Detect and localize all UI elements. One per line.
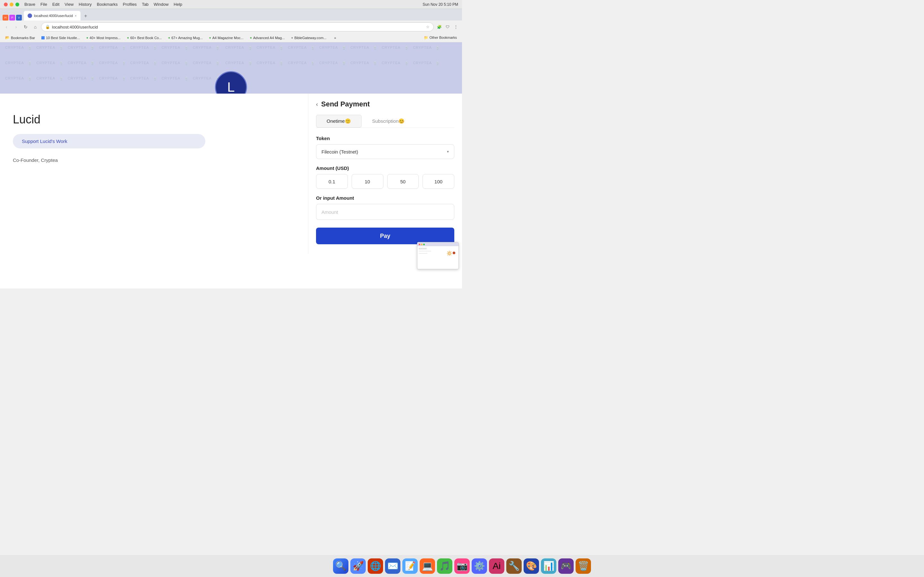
thumb-indicator (453, 251, 455, 254)
thumb-header (417, 242, 459, 246)
token-select-wrapper: Filecoin (Testnet) ▾ (316, 144, 454, 159)
url-text: localhost:4000/user/lucid (52, 25, 98, 29)
bookmark-impress[interactable]: ● 40+ Most Impress... (84, 35, 123, 40)
amount-preset-100[interactable]: 100 (423, 174, 454, 189)
maximize-window-button[interactable] (15, 3, 19, 6)
system-time: Sun Nov 20 5:10 PM (423, 2, 458, 7)
tab-close-button[interactable]: × (75, 14, 77, 18)
bookmark-other[interactable]: 📁 Other Bookmarks (421, 35, 459, 40)
address-bar-icons: ☆ (426, 25, 430, 29)
toolbar-icons: 🧩 🛡 ⋮ (436, 23, 459, 31)
tab-icon-hack[interactable]: H (3, 15, 8, 21)
menu-profiles[interactable]: Profiles (123, 2, 137, 7)
amount-preset-50[interactable]: 50 (387, 174, 419, 189)
menu-help[interactable]: Help (174, 2, 182, 7)
titlebar-right: Sun Nov 20 5:10 PM (423, 2, 458, 7)
back-button[interactable]: ‹ (3, 23, 10, 31)
minimize-window-button[interactable] (10, 3, 13, 6)
token-select[interactable]: Filecoin (Testnet) ▾ (316, 144, 454, 159)
bookmark-icon[interactable]: ☆ (426, 25, 430, 29)
menu-window[interactable]: Window (153, 2, 168, 7)
bookmark-adv-a4[interactable]: ● Advanced A4 Mag... (247, 35, 288, 40)
token-label: Token (316, 135, 454, 141)
user-name: Lucid (13, 113, 295, 126)
support-button[interactable]: Support Lucid's Work (13, 134, 205, 148)
menu-edit[interactable]: Edit (52, 2, 59, 7)
menu-view[interactable]: View (65, 2, 73, 7)
home-button[interactable]: ⌂ (31, 23, 39, 31)
thumb-max (423, 243, 425, 245)
thumb-close (419, 243, 420, 245)
panel-header: ‹ Send Payment (316, 100, 454, 108)
page-content: CRYPTEA 🍵 CRYPTEA 🍵 CRYPTEA 🍵 CRYPTEA 🍵 … (0, 42, 462, 288)
back-button[interactable]: ‹ (316, 101, 318, 108)
thumb-min (421, 243, 423, 245)
traffic-lights[interactable] (4, 3, 19, 6)
bookmark-a4mag[interactable]: ● A4 Magazine Moc... (207, 35, 246, 40)
thumb-content: |||||||||||||||| ━━━━━━━━━━━━━ ━━━━━━━━━… (417, 246, 459, 255)
banner-tile-5: CRYPTEA 🍵 CRYPTEA 🍵 CRYPTEA 🍵 CRYPTEA 🍵 … (3, 76, 223, 91)
bookmark-book[interactable]: ● 60+ Best Book Co... (124, 35, 164, 40)
address-bar[interactable]: 🔒 localhost:4000/user/lucid ☆ (41, 23, 434, 31)
thumbnail-overlay: |||||||||||||||| ━━━━━━━━━━━━━ ━━━━━━━━━… (417, 242, 459, 269)
avatar-letter: L (227, 79, 234, 93)
bookmark-dot: · (41, 36, 45, 39)
menu-tab[interactable]: Tab (142, 2, 149, 7)
amount-preset-01[interactable]: 0.1 (316, 174, 348, 189)
lamp-icon: 🔆 (447, 251, 452, 256)
menu-history[interactable]: History (79, 2, 91, 7)
chevron-down-icon: ▾ (447, 149, 449, 154)
tab-label: localhost:4000/user/lucid (34, 14, 73, 18)
amount-preset-10[interactable]: 10 (352, 174, 383, 189)
left-panel: Lucid Support Lucid's Work Co-Founder, C… (0, 93, 308, 254)
amount-input[interactable] (316, 204, 454, 220)
bookmark-bookmarks-bar[interactable]: 📂 Bookmarks Bar (3, 35, 37, 40)
bookmark-bible[interactable]: ● BibleGateway.com... (288, 35, 329, 40)
input-amount-label: Or input Amount (316, 195, 454, 201)
amount-label: Amount (USD) (316, 165, 454, 171)
bookmark-side-hustle[interactable]: · 10 Best Side Hustle... (39, 35, 82, 40)
menu-bookmarks[interactable]: Bookmarks (97, 2, 118, 7)
amount-buttons: 0.1 10 50 100 (316, 174, 454, 189)
new-tab-button[interactable]: + (81, 11, 90, 21)
active-tab[interactable]: localhost:4000/user/lucid × (24, 11, 81, 21)
tab-favicon (27, 13, 32, 18)
banner: CRYPTEA 🍵 CRYPTEA 🍵 CRYPTEA 🍵 CRYPTEA 🍵 … (0, 42, 462, 93)
extensions-icon[interactable]: 🧩 (436, 23, 443, 31)
banner-tile-4: CRYPTEA 🍵 CRYPTEA 🍵 CRYPTEA 🍵 CRYPTEA 🍵 … (223, 60, 443, 76)
menu-file[interactable]: File (40, 2, 47, 7)
tab-icon-vc[interactable]: V (16, 15, 22, 21)
favicon-row: H P V (3, 15, 22, 21)
banner-tile-3: CRYPTEA 🍵 CRYPTEA 🍵 CRYPTEA 🍵 CRYPTEA 🍵 … (3, 60, 223, 76)
titlebar: Brave File Edit View History Bookmarks P… (0, 0, 462, 9)
banner-tile: CRYPTEA 🍵 CRYPTEA 🍵 CRYPTEA 🍵 CRYPTEA 🍵 … (3, 45, 223, 60)
lock-icon: 🔒 (45, 25, 50, 29)
user-bio: Co-Founder, Cryptea (13, 157, 295, 163)
payment-panel: ‹ Send Payment Onetime🙂 Subscription😊 To… (308, 93, 462, 254)
menu-brave[interactable]: Brave (24, 2, 35, 7)
forward-button[interactable]: › (12, 23, 20, 31)
reload-button[interactable]: ↻ (22, 23, 29, 31)
banner-tile-2: CRYPTEA 🍵 CRYPTEA 🍵 CRYPTEA 🍵 CRYPTEA 🍵 … (223, 45, 443, 60)
titlebar-menu: Brave File Edit View History Bookmarks P… (24, 2, 182, 7)
bookmarks-bar: 📂 Bookmarks Bar · 10 Best Side Hustle...… (0, 33, 462, 42)
bookmark-more[interactable]: » (332, 35, 339, 40)
bookmark-mug[interactable]: ● 67+ Amazing Mug... (166, 35, 205, 40)
payment-tabs: Onetime🙂 Subscription😊 (316, 115, 454, 128)
panel-title: Send Payment (321, 100, 370, 108)
close-window-button[interactable] (4, 3, 8, 6)
main-content: Lucid Support Lucid's Work Co-Founder, C… (0, 93, 462, 254)
token-value: Filecoin (Testnet) (321, 149, 358, 155)
address-bar-row: ‹ › ↻ ⌂ 🔒 localhost:4000/user/lucid ☆ 🧩 … (0, 21, 462, 33)
tab-bar: H P V localhost:4000/user/lucid × + (0, 9, 462, 21)
tab-onetime[interactable]: Onetime🙂 (316, 115, 362, 127)
settings-icon[interactable]: ⋮ (452, 23, 459, 31)
tab-subscription[interactable]: Subscription😊 (362, 115, 415, 127)
brave-shield-icon[interactable]: 🛡 (444, 23, 451, 31)
tab-icon-pio[interactable]: P (9, 15, 15, 21)
